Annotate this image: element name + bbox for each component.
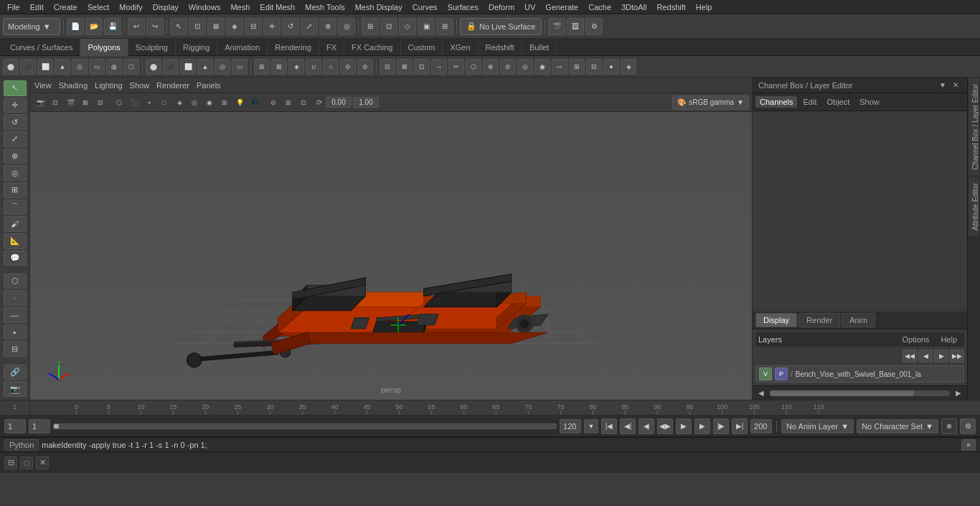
uvshell-mode-btn[interactable]: ⊟ xyxy=(4,341,27,357)
bool-union-btn[interactable]: ∪ xyxy=(306,59,321,75)
menu-help[interactable]: Help xyxy=(692,0,717,14)
next-key-btn[interactable]: |▶ xyxy=(713,418,729,434)
flat-shade-btn[interactable]: ▪ xyxy=(142,95,156,110)
display-tab-anim[interactable]: Anim xyxy=(842,313,875,327)
show-manip-btn[interactable]: ⊞ xyxy=(4,182,27,198)
smooth-shade-btn[interactable]: ⬛ xyxy=(127,95,141,110)
cube-btn[interactable]: ⬛ xyxy=(20,59,36,75)
play-back-btn[interactable]: ◀▶ xyxy=(657,418,673,434)
snap-together-btn[interactable]: 🔗 xyxy=(4,365,27,380)
tab-animation[interactable]: Animation xyxy=(217,39,268,56)
paint-select-btn[interactable]: ⊠ xyxy=(207,18,225,35)
new-scene-btn[interactable]: 📄 xyxy=(67,18,84,35)
rotation-x-field[interactable]: 0.00 xyxy=(326,97,352,108)
combine-btn[interactable]: ⊞ xyxy=(569,59,585,75)
open-scene-btn[interactable]: 📂 xyxy=(85,18,103,35)
frame-start-field[interactable]: 1 xyxy=(29,419,50,434)
object-mode-btn[interactable]: ⬡ xyxy=(4,273,27,289)
move-btn[interactable]: ✛ xyxy=(263,18,281,35)
cut-btn[interactable]: ✂ xyxy=(448,59,464,75)
settings-btn[interactable]: ⚙ xyxy=(960,418,976,434)
grid-btn[interactable]: ⊞ xyxy=(281,95,296,110)
menu-uv[interactable]: UV xyxy=(520,0,540,14)
vp-menu-shading[interactable]: Shading xyxy=(59,81,88,90)
menu-mesh[interactable]: Mesh xyxy=(226,0,254,14)
rotate-btn[interactable]: ↺ xyxy=(282,18,299,35)
live-surface-btn[interactable]: 🔒 No Live Surface xyxy=(460,18,542,35)
universal-tool-btn[interactable]: ⊕ xyxy=(4,149,27,164)
add-divisions-btn[interactable]: ⊡ xyxy=(414,59,430,75)
tab-rendering[interactable]: Rendering xyxy=(268,39,319,56)
offset-edge-btn[interactable]: ⊠ xyxy=(397,59,413,75)
cylinder-btn[interactable]: ⬜ xyxy=(37,59,53,75)
menu-edit-mesh[interactable]: Edit Mesh xyxy=(255,0,299,14)
universal-btn[interactable]: ⊕ xyxy=(319,18,336,35)
smooth-btn[interactable]: ◉ xyxy=(534,59,550,75)
plane-btn[interactable]: ▭ xyxy=(89,59,105,75)
snap-to-surface-btn[interactable]: ⊞ xyxy=(436,18,453,35)
paint-tool-btn[interactable]: 🖌 xyxy=(4,216,27,232)
menu-deform[interactable]: Deform xyxy=(484,0,519,14)
menu-redshift[interactable]: Redshift xyxy=(652,0,689,14)
bool-diff-btn[interactable]: ∩ xyxy=(323,59,339,75)
soft-mod-btn[interactable]: ◎ xyxy=(4,165,27,181)
xray-btn[interactable]: ◎ xyxy=(187,95,202,110)
play-btn[interactable]: ▶ xyxy=(676,418,692,434)
scale-tool-btn[interactable]: ⤢ xyxy=(4,131,27,147)
isolate-select-btn[interactable]: ⊘ xyxy=(266,95,281,110)
snap-to-grid-btn[interactable]: ⊞ xyxy=(362,18,379,35)
extrude-btn[interactable]: ⊞ xyxy=(254,59,270,75)
color-space-dropdown[interactable]: 🎨 sRGB gamma ▼ xyxy=(672,95,749,110)
select-mode-btn[interactable]: ↖ xyxy=(170,18,187,35)
ext-cyl-btn[interactable]: ⬜ xyxy=(180,59,196,75)
timeline-scrubber[interactable] xyxy=(53,423,557,429)
script-editor-btn[interactable]: ≡ xyxy=(961,439,976,451)
camera-btn[interactable]: 📷 xyxy=(4,381,27,397)
camera-ortho-btn[interactable]: 📷 xyxy=(33,95,47,110)
menu-edit[interactable]: Edit xyxy=(26,0,48,14)
panel-scroll-left[interactable]: ◀ xyxy=(755,388,767,399)
target-weld-btn[interactable]: ⊕ xyxy=(483,59,499,75)
texture-btn[interactable]: ⊞ xyxy=(217,95,232,110)
menu-generate[interactable]: Generate xyxy=(541,0,583,14)
menu-windows[interactable]: Windows xyxy=(184,0,225,14)
material-btn[interactable]: ◉ xyxy=(202,95,217,110)
cb-tab-edit[interactable]: Edit xyxy=(798,96,821,108)
tab-fx-caching[interactable]: FX Caching xyxy=(344,39,400,56)
cone-btn[interactable]: ▲ xyxy=(55,59,70,75)
cb-tab-show[interactable]: Show xyxy=(855,96,884,108)
bridge-btn[interactable]: ⊠ xyxy=(271,59,287,75)
safe-zones-btn[interactable]: ⊟ xyxy=(93,95,108,110)
snap-to-view-plane-btn[interactable]: ▣ xyxy=(418,18,435,35)
quad-draw-btn[interactable]: ⬡ xyxy=(466,59,481,75)
rotation-y-field[interactable]: 1.00 xyxy=(353,97,379,108)
connect-btn[interactable]: ↔ xyxy=(431,59,447,75)
ext-sphere-btn[interactable]: ⬤ xyxy=(146,59,161,75)
no-character-set-dropdown[interactable]: No Character Set ▼ xyxy=(857,419,938,434)
lasso-btn[interactable]: ⌒ xyxy=(4,200,27,215)
vertex-mode-btn[interactable]: · xyxy=(4,290,27,306)
fill-hole-btn[interactable]: ● xyxy=(603,59,619,75)
snap-to-curve-btn[interactable]: ⊡ xyxy=(380,18,397,35)
insert-edge-btn[interactable]: ⊟ xyxy=(380,59,395,75)
menu-file[interactable]: File xyxy=(3,0,24,14)
layer-next-btn[interactable]: ▶▶ xyxy=(950,350,964,362)
display-tab-display[interactable]: Display xyxy=(755,313,797,327)
lights-btn[interactable]: 💡 xyxy=(232,95,247,110)
vp-menu-lighting[interactable]: Lighting xyxy=(95,81,123,90)
side-tab-channel-box[interactable]: Channel Box / Layer Editor xyxy=(968,78,980,177)
sphere-btn[interactable]: ⬤ xyxy=(3,59,19,75)
lasso-select-btn[interactable]: ⊡ xyxy=(189,18,206,35)
command-line[interactable]: makeIdentity -apply true -t 1 -r 1 -s 1 … xyxy=(42,441,958,449)
tab-polygons[interactable]: Polygons xyxy=(80,39,128,56)
viewport-canvas[interactable]: persp X Y Z xyxy=(30,112,752,400)
resolution-gate-btn[interactable]: ⊠ xyxy=(78,95,93,110)
snap-to-point-btn[interactable]: ◇ xyxy=(399,18,416,35)
edge-mode-btn[interactable]: — xyxy=(4,307,27,323)
layer-fwd-btn[interactable]: ▶ xyxy=(934,350,948,362)
menu-modify[interactable]: Modify xyxy=(115,0,146,14)
frame-range-btn[interactable]: ▼ xyxy=(584,419,598,434)
close-window-btn[interactable]: ✕ xyxy=(36,456,49,469)
tab-custom[interactable]: Custom xyxy=(401,39,443,56)
next-frame-btn[interactable]: ▶ xyxy=(694,418,710,434)
